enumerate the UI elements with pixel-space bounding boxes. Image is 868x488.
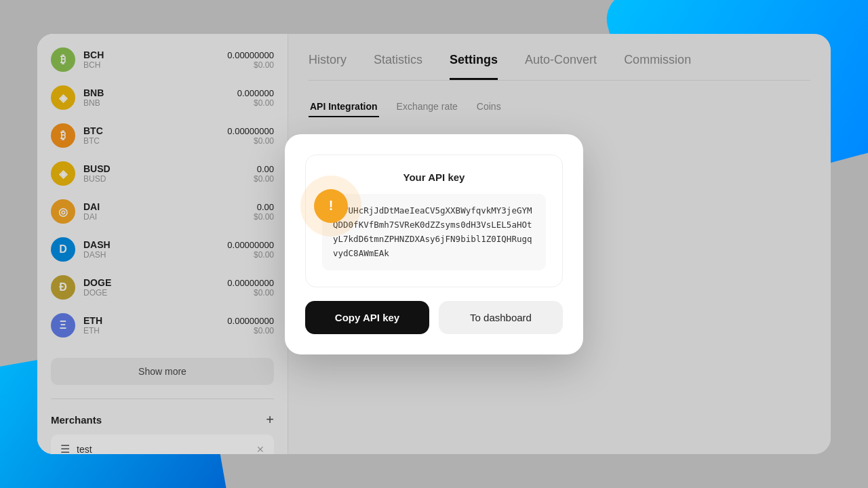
api-key-modal: Your API key ! j9VUHcRjJdDtMaeIeaCV5gXXB… bbox=[288, 134, 583, 354]
right-panel: History Statistics Settings Auto-Convert… bbox=[288, 34, 831, 454]
main-card: ₿ BCH BCH 0.00000000 $0.00 ◈ BNB BNB 0.0… bbox=[37, 34, 831, 454]
copy-api-key-button[interactable]: Copy API key bbox=[305, 301, 429, 334]
to-dashboard-button[interactable]: To dashboard bbox=[439, 301, 563, 334]
api-key-card: Your API key ! j9VUHcRjJdDtMaeIeaCV5gXXB… bbox=[305, 155, 563, 287]
key-decoration: ! bbox=[300, 176, 361, 237]
modal-overlay: Your API key ! j9VUHcRjJdDtMaeIeaCV5gXXB… bbox=[288, 34, 831, 454]
circle-inner: ! bbox=[314, 189, 348, 223]
modal-actions: Copy API key To dashboard bbox=[305, 301, 563, 334]
circle-outer: ! bbox=[300, 176, 361, 237]
